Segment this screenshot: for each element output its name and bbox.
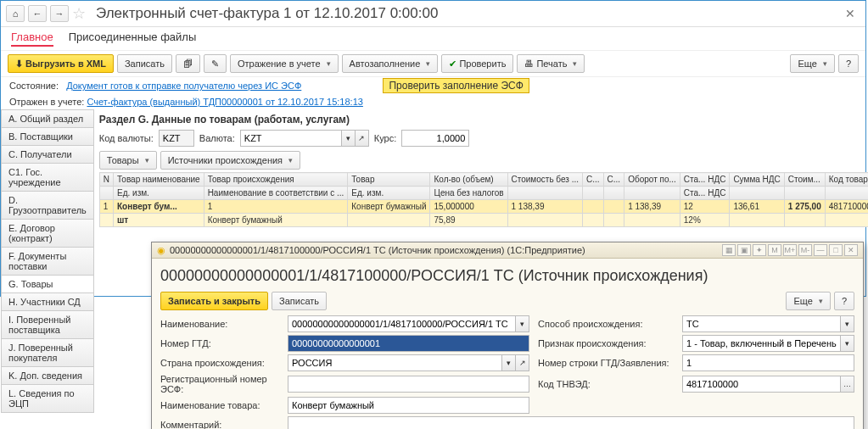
- app-icon: ◉: [157, 245, 165, 256]
- more-button[interactable]: Еще: [790, 54, 834, 73]
- close-icon[interactable]: ✕: [844, 244, 858, 256]
- nav-b[interactable]: В. Поставщики: [1, 128, 94, 146]
- check-button[interactable]: ✔ Проверить: [441, 54, 513, 73]
- home-icon[interactable]: ⌂: [6, 5, 25, 22]
- ellipsis-icon[interactable]: …: [841, 376, 854, 393]
- code-label: Код валюты:: [99, 133, 154, 143]
- tab-main[interactable]: Главное: [11, 31, 53, 47]
- nav-f[interactable]: F. Документы поставки: [1, 248, 94, 276]
- th-src[interactable]: Товар происхождения: [204, 173, 348, 187]
- tabs: Главное Присоединенные файлы: [1, 27, 865, 50]
- dd-icon[interactable]: ▾: [502, 354, 516, 371]
- good-input[interactable]: [288, 397, 529, 414]
- cur-dd-icon[interactable]: ▾: [342, 130, 356, 147]
- nav-h[interactable]: H. Участники СД: [1, 293, 94, 311]
- reg-input[interactable]: [288, 376, 529, 393]
- reflect-link[interactable]: Счет-фактура (выданный) ТДП00000001 от 1…: [87, 97, 362, 107]
- country-input[interactable]: [288, 354, 502, 371]
- sign-input[interactable]: [682, 335, 841, 352]
- table-row[interactable]: шт Конверт бумажный 75,89 12% 0000000000…: [99, 214, 868, 227]
- comment-input[interactable]: [288, 416, 854, 429]
- goods-table[interactable]: N Товар наименование Товар происхождения…: [99, 172, 868, 227]
- nav-c1[interactable]: С1. Гос. учреждение: [1, 164, 94, 192]
- open-icon[interactable]: ↗: [516, 354, 529, 371]
- tool-icon-1[interactable]: 🗐: [176, 54, 200, 73]
- th2-name[interactable]: Наименование в соответствии с ...: [204, 187, 348, 200]
- tnved-input[interactable]: [682, 376, 841, 393]
- nav-e[interactable]: E. Договор (контракт): [1, 220, 94, 248]
- gtd-label: Номер ГТД:: [160, 338, 279, 348]
- export-xml-button[interactable]: ⬇ Выгрузить в XML: [8, 54, 114, 73]
- wb-m[interactable]: M: [768, 244, 781, 256]
- reflect-dropdown[interactable]: Отражение в учете: [230, 54, 339, 73]
- wb-mplus[interactable]: M+: [783, 244, 797, 256]
- th2-0[interactable]: [99, 187, 113, 200]
- th-qty[interactable]: Кол-во (объем): [430, 173, 507, 187]
- th-kod[interactable]: Код товара...: [825, 173, 868, 187]
- dd-icon[interactable]: ▾: [516, 315, 529, 332]
- help-icon[interactable]: ?: [838, 54, 859, 73]
- dialog-form: Наименование: ▾ Способ происхождения: ▾ …: [160, 315, 854, 429]
- code-input[interactable]: [159, 130, 194, 147]
- dd-icon[interactable]: ▾: [841, 315, 854, 332]
- reflect-label: Отражен в учете:: [9, 97, 84, 107]
- status-link[interactable]: Документ готов к отправке получателю чер…: [66, 81, 301, 91]
- gtd-input[interactable]: [288, 335, 529, 352]
- dd-icon[interactable]: ▾: [841, 335, 854, 352]
- edit-icon[interactable]: ✎: [204, 54, 227, 73]
- rate-input[interactable]: [401, 130, 469, 147]
- th2-ed2[interactable]: Ед. изм.: [348, 187, 430, 200]
- dlg-more-button[interactable]: Еще: [786, 292, 830, 310]
- back-icon[interactable]: ←: [28, 5, 47, 22]
- dlg-help-icon[interactable]: ?: [834, 292, 854, 310]
- nav-l[interactable]: L. Сведения по ЭЦП: [1, 385, 94, 413]
- forward-icon[interactable]: →: [50, 5, 69, 22]
- nav-d[interactable]: D. Грузоотправитель: [1, 192, 94, 220]
- nav-j[interactable]: J. Поверенный покупателя: [1, 339, 94, 367]
- autofill-dropdown[interactable]: Автозаполнение: [342, 54, 439, 73]
- table-row[interactable]: 1 Конверт бум... 1 Конверт бумажный 15,0…: [99, 200, 868, 214]
- sources-dropdown[interactable]: Источники происхождения: [160, 151, 300, 170]
- tnved-label: Код ТНВЭД:: [538, 379, 674, 389]
- maximize-icon[interactable]: □: [829, 244, 843, 256]
- cur-open-icon[interactable]: ↗: [356, 130, 369, 147]
- th-stoim[interactable]: Стоим...: [784, 173, 825, 187]
- th-c1[interactable]: С...: [583, 173, 604, 187]
- save-close-button[interactable]: Записать и закрыть: [160, 292, 268, 310]
- th-tovar[interactable]: Товар: [348, 173, 430, 187]
- save-button[interactable]: Записать: [117, 54, 172, 73]
- favorite-icon[interactable]: ☆: [72, 4, 86, 23]
- line-input[interactable]: [682, 354, 854, 371]
- th2-snds[interactable]: Ста... НДС: [680, 187, 730, 200]
- th2-ed[interactable]: Ед. изм.: [114, 187, 204, 200]
- name-input[interactable]: [288, 315, 516, 332]
- wb-mminus[interactable]: M-: [798, 244, 812, 256]
- th-cost[interactable]: Стоимость без ...: [507, 173, 583, 187]
- th2-price[interactable]: Цена без налогов: [430, 187, 507, 200]
- th-nds[interactable]: Сумма НДС: [730, 173, 784, 187]
- wb-icon-2[interactable]: ▣: [737, 244, 751, 256]
- nav-i[interactable]: I. Поверенный поставщика: [1, 311, 94, 339]
- goods-dropdown[interactable]: Товары: [99, 151, 157, 170]
- minimize-icon[interactable]: —: [814, 244, 827, 256]
- check-fill-button[interactable]: Проверить заполнение ЭСФ: [383, 78, 529, 93]
- currency-input[interactable]: [240, 130, 342, 147]
- wb-icon-3[interactable]: ✦: [753, 244, 766, 256]
- close-icon[interactable]: ✕: [840, 7, 860, 20]
- dlg-save-button[interactable]: Записать: [272, 292, 327, 310]
- status-label: Состояние:: [9, 81, 59, 91]
- tab-files[interactable]: Присоединенные файлы: [69, 31, 197, 47]
- nav-a[interactable]: А. Общий раздел: [1, 110, 94, 128]
- th-c2[interactable]: С...: [603, 173, 624, 187]
- nav-c[interactable]: С. Получатели: [1, 146, 94, 164]
- th-snds[interactable]: Ста... НДС: [680, 173, 730, 187]
- nav-g[interactable]: G. Товары: [1, 276, 94, 293]
- th-name[interactable]: Товар наименование: [114, 173, 204, 187]
- method-input[interactable]: [682, 315, 841, 332]
- nav-k[interactable]: K. Доп. сведения: [1, 367, 94, 385]
- th-n[interactable]: N: [99, 173, 113, 187]
- currency-row: Код валюты: Валюта: ▾↗ Курс:: [99, 128, 868, 148]
- wb-icon-1[interactable]: ▦: [722, 244, 736, 256]
- print-dropdown[interactable]: 🖶 Печать: [517, 54, 585, 73]
- th-ob[interactable]: Оборот по...: [624, 173, 680, 187]
